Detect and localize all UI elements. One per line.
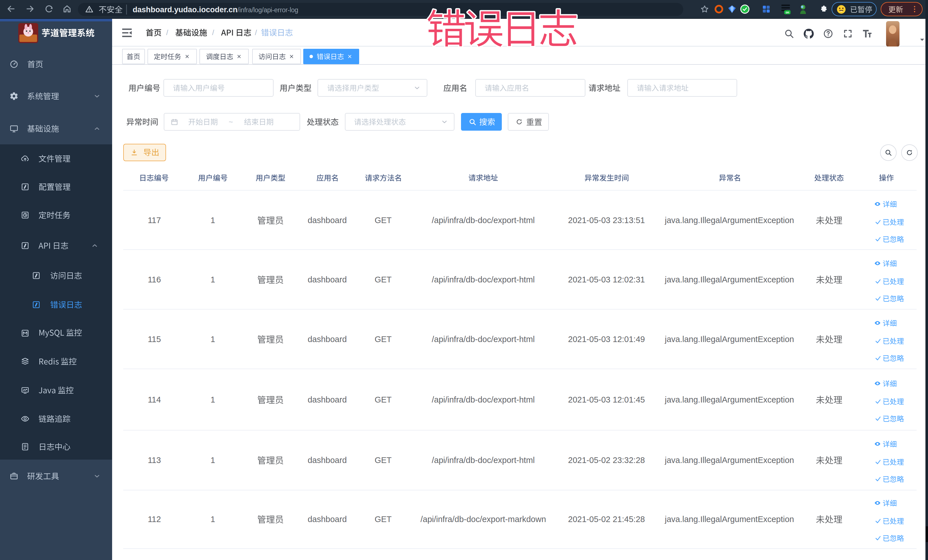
svg-text:on: on xyxy=(786,11,789,14)
